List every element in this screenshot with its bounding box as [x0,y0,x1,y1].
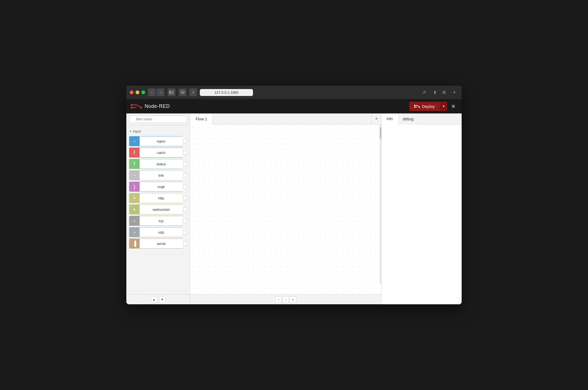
svg-point-14 [414,105,415,106]
app-title: Node-RED [145,103,170,109]
websocket-node-port [183,207,187,211]
traffic-lights [130,90,145,94]
canvas-body[interactable] [190,125,381,294]
input-category-header[interactable]: ▾ input [126,128,190,135]
top-bar-right: Deploy ▾ ≡ [409,102,457,111]
zoom-reset-button[interactable]: ○ [282,296,289,303]
back-button[interactable]: ‹ [148,88,156,96]
info-sidebar: info debug [381,113,462,304]
input-category-label: input [133,129,141,133]
deploy-button[interactable]: Deploy [409,102,440,111]
layers-button[interactable] [179,88,186,96]
flow-1-tab[interactable]: Flow 1 [190,113,213,125]
close-button[interactable] [130,90,134,94]
serial-node-label: serial [140,239,183,249]
filter-nodes-input[interactable] [129,116,187,123]
status-node-port [183,162,187,166]
add-flow-tab-button[interactable]: + [371,113,381,125]
top-bar: Node-RED Deploy ▾ [126,99,462,113]
debug-tab[interactable]: debug [398,113,419,125]
link-node[interactable]: → link [129,170,187,180]
info-tab-label: info [387,117,393,121]
svg-rect-2 [171,92,174,93]
duplicate-tab-button[interactable]: ⧉ [440,88,448,96]
info-tab[interactable]: info [382,113,398,125]
fullscreen-button[interactable] [141,90,145,94]
canvas-area: Flow 1 + − ○ + [190,113,381,304]
info-panel-body [382,125,462,304]
udp-node-label: udp [140,227,183,237]
search-container: 🔍 [126,113,190,125]
sidebar-toggle-button[interactable] [168,88,175,96]
deploy-btn-group: Deploy ▾ [409,102,448,111]
svg-point-9 [131,107,132,109]
udp-node[interactable]: » udp [129,227,187,237]
debug-tab-label: debug [403,117,414,121]
canvas-grid [190,125,381,294]
canvas-scrollbar[interactable] [380,125,381,284]
zoom-out-button[interactable]: − [275,296,282,303]
svg-rect-3 [171,93,174,94]
browser-window: ‹ › ℹ 127.0.0.1:1880 ↺ ⬆ ⧉ + [126,86,462,304]
http-node-icon: ✦ [129,193,140,203]
info-tabs: info debug [382,113,462,125]
svg-rect-0 [169,91,171,94]
flow-1-tab-label: Flow 1 [196,117,207,121]
websocket-node[interactable]: ✦ websocket [129,204,187,214]
canvas-footer: − ○ + [190,294,381,304]
hamburger-menu-button[interactable]: ≡ [449,102,457,110]
link-node-label: link [140,170,183,180]
forward-button[interactable]: › [157,88,164,96]
mqtt-node-label: mqtt [140,182,183,192]
svg-rect-1 [171,91,174,91]
status-node[interactable]: ! status [129,159,187,169]
http-node-port [183,196,187,200]
tcp-node[interactable]: » tcp [129,216,187,226]
serial-node-port [183,242,187,245]
udp-node-port [183,230,187,234]
catch-node[interactable]: ! catch [129,148,187,158]
mqtt-node-icon: ) [129,182,140,192]
zoom-in-button[interactable]: + [290,296,296,303]
svg-marker-4 [181,91,185,93]
minimize-button[interactable] [136,90,139,94]
tcp-node-icon: » [129,216,140,226]
http-node[interactable]: ✦ http [129,193,187,203]
catch-node-port [183,151,187,155]
logo-area: Node-RED [131,103,170,110]
node-red-logo-icon [131,103,142,110]
sidebar-footer: ▲ ▼ [126,294,190,304]
inject-node[interactable]: → inject [129,136,187,146]
tcp-node-label: tcp [140,216,183,226]
catch-node-label: catch [140,148,183,158]
reload-button[interactable]: ↺ [421,90,427,95]
inject-node-label: inject [140,136,183,146]
deploy-dropdown-button[interactable]: ▾ [440,102,447,110]
svg-point-15 [414,107,415,108]
inject-node-icon: → [129,136,140,146]
share-button[interactable]: ⬆ [431,88,439,96]
serial-node-icon: ▐ [129,239,140,249]
inject-node-port [183,139,187,143]
nav-buttons: ‹ › [148,88,164,96]
node-sidebar: 🔍 ▾ input → inject [126,113,190,304]
browser-actions: ⬆ ⧉ [431,88,448,96]
new-tab-button[interactable]: + [451,88,458,96]
canvas-tabs: Flow 1 + [190,113,381,125]
search-wrapper: 🔍 [129,116,187,123]
udp-node-icon: » [129,227,140,237]
scroll-down-button[interactable]: ▼ [159,296,166,303]
catch-node-icon: ! [129,148,140,158]
scroll-up-button[interactable]: ▲ [151,296,157,303]
http-node-label: http [140,193,183,203]
main-layout: 🔍 ▾ input → inject [126,113,462,304]
serial-node[interactable]: ▐ serial [129,239,187,249]
app-container: Node-RED Deploy ▾ [126,99,462,304]
address-bar[interactable]: 127.0.0.1:1880 [200,89,253,96]
status-node-icon: ! [129,159,140,169]
page-info-button[interactable]: ℹ [189,88,197,96]
websocket-node-icon: ✦ [129,204,140,214]
mqtt-node[interactable]: ) mqtt [129,182,187,192]
browser-chrome: ‹ › ℹ 127.0.0.1:1880 ↺ ⬆ ⧉ + [126,86,462,99]
deploy-label: Deploy [422,104,435,109]
